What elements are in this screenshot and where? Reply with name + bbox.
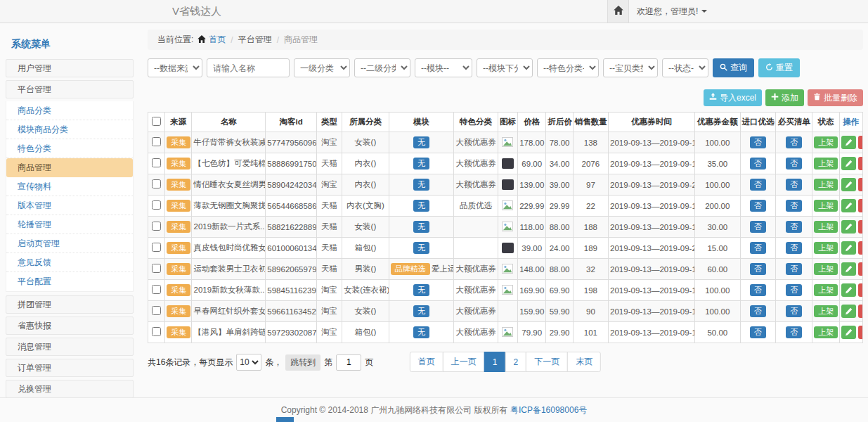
import-toggle-badge[interactable]: 否 <box>750 263 766 275</box>
sidebar-group-5[interactable]: 订单管理 <box>6 359 134 377</box>
edit-button[interactable] <box>841 305 856 318</box>
import-toggle-badge[interactable]: 否 <box>750 284 766 296</box>
import-toggle-badge[interactable]: 否 <box>750 200 766 212</box>
filter-select-feature-category[interactable]: --特色分类-- <box>537 58 599 77</box>
filter-select-status[interactable]: --状态-- <box>662 58 708 77</box>
row-checkbox[interactable] <box>152 200 161 210</box>
must-buy-toggle-badge[interactable]: 否 <box>786 158 802 170</box>
must-buy-toggle-badge[interactable]: 否 <box>786 179 802 191</box>
must-buy-toggle-badge[interactable]: 否 <box>786 136 802 148</box>
sidebar-item-6[interactable]: 轮播管理 <box>6 215 133 234</box>
row-checkbox[interactable] <box>152 179 161 188</box>
sidebar-item-3[interactable]: 商品管理 <box>6 158 133 177</box>
pager-button-0[interactable]: 首页 <box>410 352 443 372</box>
delete-button[interactable] <box>858 262 863 276</box>
pager-button-2[interactable]: 1 <box>484 352 506 372</box>
icp-link[interactable]: 粤ICP备16098006号 <box>510 405 587 415</box>
sidebar-item-7[interactable]: 启动页管理 <box>6 234 133 253</box>
jump-page-input[interactable] <box>336 354 361 371</box>
edit-button[interactable] <box>841 178 856 191</box>
sidebar-group-0[interactable]: 用户管理 <box>6 59 134 77</box>
import-toggle-badge[interactable]: 否 <box>750 242 766 254</box>
status-badge[interactable]: 上架 <box>814 242 838 254</box>
delete-button[interactable] <box>858 241 863 255</box>
row-checkbox[interactable] <box>152 306 161 315</box>
import-excel-button[interactable]: 导入excel <box>704 89 762 106</box>
sidebar-group-2[interactable]: 拼团管理 <box>6 295 134 314</box>
per-page-select[interactable]: 10 <box>236 354 261 371</box>
delete-button[interactable] <box>858 220 863 234</box>
import-toggle-badge[interactable]: 否 <box>750 179 766 191</box>
status-badge[interactable]: 上架 <box>814 158 838 170</box>
jump-button[interactable]: 跳转到 <box>285 354 320 371</box>
filter-select-module-sub[interactable]: --模块下分类-- <box>477 58 533 77</box>
must-buy-toggle-badge[interactable]: 否 <box>786 305 802 317</box>
sidebar-item-2[interactable]: 特色分类 <box>6 139 133 158</box>
must-buy-toggle-badge[interactable]: 否 <box>786 242 802 254</box>
pager-button-4[interactable]: 下一页 <box>526 352 568 372</box>
sidebar-group-3[interactable]: 省惠快报 <box>6 316 134 335</box>
select-all-checkbox[interactable] <box>152 117 161 126</box>
filter-select-item-type[interactable]: --宝贝类型-- <box>603 58 658 77</box>
sidebar-item-1[interactable]: 模块商品分类 <box>6 120 133 139</box>
import-toggle-badge[interactable]: 否 <box>750 326 766 338</box>
delete-button[interactable] <box>858 178 863 191</box>
add-button[interactable]: 添加 <box>765 89 804 106</box>
import-toggle-badge[interactable]: 否 <box>750 305 766 317</box>
batch-delete-button[interactable]: 批量删除 <box>808 89 863 106</box>
status-badge[interactable]: 上架 <box>814 221 838 233</box>
reset-button[interactable]: 重置 <box>758 58 800 77</box>
sidebar-item-8[interactable]: 意见反馈 <box>6 253 133 272</box>
home-button[interactable] <box>607 0 629 23</box>
sidebar-item-0[interactable]: 商品分类 <box>6 101 133 120</box>
filter-select-category-l1[interactable]: 一级分类 <box>294 58 350 77</box>
status-badge[interactable]: 上架 <box>814 179 838 191</box>
filter-select-source[interactable]: --数据来源-- <box>148 58 202 77</box>
delete-button[interactable] <box>858 199 863 212</box>
status-badge[interactable]: 上架 <box>814 305 838 317</box>
delete-button[interactable] <box>858 157 863 170</box>
import-toggle-badge[interactable]: 否 <box>750 136 766 148</box>
filter-select-category-l2[interactable]: --二级分类-- <box>354 58 410 77</box>
edit-button[interactable] <box>841 136 856 149</box>
sidebar-item-4[interactable]: 宣传物料 <box>6 177 133 196</box>
pager-button-3[interactable]: 2 <box>505 352 527 372</box>
sidebar-group-1[interactable]: 平台管理 <box>6 80 134 98</box>
sidebar-group-6[interactable]: 兑换管理 <box>6 380 134 398</box>
pager-button-1[interactable]: 上一页 <box>443 352 485 372</box>
row-checkbox[interactable] <box>152 222 161 231</box>
status-badge[interactable]: 上架 <box>814 326 838 338</box>
user-menu[interactable]: 欢迎您，管理员! <box>637 0 707 23</box>
import-toggle-badge[interactable]: 否 <box>750 158 766 170</box>
query-button[interactable]: 查询 <box>713 58 754 77</box>
status-badge[interactable]: 上架 <box>814 136 838 148</box>
delete-button[interactable] <box>858 283 863 297</box>
status-badge[interactable]: 上架 <box>814 263 838 275</box>
must-buy-toggle-badge[interactable]: 否 <box>786 326 802 338</box>
must-buy-toggle-badge[interactable]: 否 <box>786 200 802 212</box>
edit-button[interactable] <box>841 241 856 255</box>
edit-button[interactable] <box>841 283 856 297</box>
must-buy-toggle-badge[interactable]: 否 <box>786 284 802 296</box>
pager-button-5[interactable]: 末页 <box>567 352 601 372</box>
row-checkbox[interactable] <box>152 285 161 294</box>
delete-button[interactable] <box>858 305 863 318</box>
edit-button[interactable] <box>841 262 856 276</box>
name-search-input[interactable] <box>207 58 290 77</box>
row-checkbox[interactable] <box>152 327 161 336</box>
row-checkbox[interactable] <box>152 158 161 167</box>
status-badge[interactable]: 上架 <box>814 284 838 296</box>
sidebar-group-4[interactable]: 消息管理 <box>6 338 134 356</box>
must-buy-toggle-badge[interactable]: 否 <box>786 221 802 233</box>
import-toggle-badge[interactable]: 否 <box>750 221 766 233</box>
delete-button[interactable] <box>858 326 863 339</box>
status-badge[interactable]: 上架 <box>814 200 838 212</box>
edit-button[interactable] <box>841 199 856 212</box>
row-checkbox[interactable] <box>152 264 161 273</box>
edit-button[interactable] <box>841 220 856 234</box>
sidebar-item-9[interactable]: 平台配置 <box>6 272 133 291</box>
row-checkbox[interactable] <box>152 243 161 252</box>
delete-button[interactable] <box>858 136 863 149</box>
breadcrumb-home-link[interactable]: 首页 <box>209 34 226 46</box>
row-checkbox[interactable] <box>152 137 161 146</box>
